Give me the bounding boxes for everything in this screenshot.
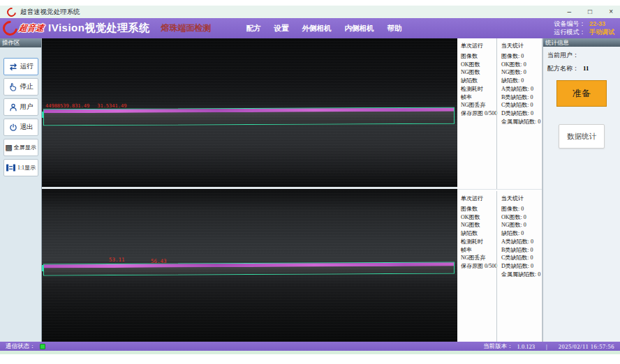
roi-rectangle-top <box>43 107 455 126</box>
menu-item-outer-camera[interactable]: 外侧相机 <box>302 24 331 33</box>
window-title: 超音速视觉处理系统 <box>20 8 80 17</box>
fullscreen-button[interactable]: ▩ 全屏显示 <box>3 139 38 156</box>
stat-row: OK图数 <box>461 213 496 222</box>
camera-viewport: 44988539.831.49 31.5341.49 53.11 56.43 <box>42 38 457 342</box>
stat-row: 缺陷数 <box>461 77 496 85</box>
status-bar: 通信状态： 当前版本： 1.0.123 | 2025/02/11 16:57:5… <box>0 342 620 351</box>
stats-section-top: 单次运行 图像数 OK图数 NG图数 缺陷数 检测耗时 帧率 NG图丢弃 保存原… <box>457 38 542 189</box>
device-info: 设备编号： 22-33 运行模式： 手动调试 <box>554 20 614 36</box>
one-to-one-icon <box>6 163 16 172</box>
datetime-value: 2025/02/11 16:57:56 <box>559 343 614 350</box>
menu-item-inner-camera[interactable]: 内侧相机 <box>344 24 374 33</box>
stats-section-bottom: 单次运行 图像数 OK图数 NG图数 缺陷数 检测耗时 帧率 NG图丢弃 保存原… <box>457 189 542 342</box>
stat-row: B类缺陷数: 0 <box>501 93 542 102</box>
recipe-name-line: 配方名称：11 <box>547 64 620 73</box>
close-button[interactable]: × <box>609 6 613 18</box>
brand-text: 超音速 <box>18 22 45 34</box>
device-id-label: 设备编号： <box>554 20 585 27</box>
stat-row: A类缺陷数: 0 <box>501 238 542 246</box>
page-subtitle: 熔珠端面检测 <box>161 22 211 34</box>
stat-row: 保存原图 0/500 <box>461 109 496 118</box>
restore-button[interactable]: □ <box>588 6 592 18</box>
stat-row: OK图数: 0 <box>501 61 542 69</box>
stat-row: OK图数 <box>461 61 496 69</box>
stat-row: 检测耗时 <box>461 238 496 246</box>
power-icon <box>8 123 18 132</box>
one-to-one-button-label: 1:1显示 <box>17 164 36 172</box>
stat-row: 金属屑缺陷数: 0 <box>501 118 542 126</box>
app-title: IVision视觉处理系统 <box>48 22 149 35</box>
user-button-label: 用户 <box>20 103 34 112</box>
app-header: 超音速 IVision视觉处理系统 熔珠端面检测 配方 设置 外侧相机 内侧相机… <box>0 18 620 38</box>
info-panel: 统计信息 当前用户： 配方名称：11 准备 数据统计 <box>542 38 620 342</box>
measure-value-left: 44988539.831.49 <box>45 103 89 109</box>
stat-row: 图像数: 0 <box>501 205 542 213</box>
stat-row: 帧率 <box>461 93 496 102</box>
status-separator: | <box>546 343 547 350</box>
user-icon <box>8 103 18 112</box>
minimize-button[interactable]: – <box>568 6 572 18</box>
measure-value-left: 53.11 <box>109 257 125 263</box>
stat-row: 帧率 <box>461 246 496 255</box>
bottom-strip <box>0 351 620 354</box>
window-controls: – □ × <box>568 6 613 18</box>
stat-row: NG图丢弃 <box>461 101 496 109</box>
stat-row: NG图丢弃 <box>461 254 496 262</box>
stat-row: 图像数: 0 <box>501 52 542 61</box>
statistics-panel: 单次运行 图像数 OK图数 NG图数 缺陷数 检测耗时 帧率 NG图丢弃 保存原… <box>457 38 542 342</box>
weld-strip-fill <box>44 266 454 275</box>
run-mode-value: 手动调试 <box>589 29 614 36</box>
stat-row: NG图数 <box>461 68 496 77</box>
menu-bar: 配方 设置 外侧相机 内侧相机 帮助 <box>246 24 401 33</box>
stat-row: 缺陷数 <box>461 229 496 238</box>
measure-value-right: 31.5341.49 <box>97 103 126 109</box>
camera-view-bottom: 53.11 56.43 <box>42 189 457 342</box>
recipe-name-label: 配方名称： <box>547 65 579 72</box>
stat-row: 图像数 <box>461 52 496 61</box>
single-run-column: 单次运行 图像数 OK图数 NG图数 缺陷数 检测耗时 帧率 NG图丢弃 保存原… <box>457 38 496 189</box>
single-run-header: 单次运行 <box>461 42 496 50</box>
stat-row: A类缺陷数: 0 <box>501 85 542 93</box>
stat-row: 缺陷数: 0 <box>501 229 542 238</box>
info-panel-title: 统计信息 <box>543 38 620 47</box>
application-window: 超音速视觉处理系统 – □ × 超音速 IVision视觉处理系统 熔珠端面检测… <box>0 0 620 364</box>
camera-view-top: 44988539.831.49 31.5341.49 <box>42 38 457 187</box>
stat-row: NG图数: 0 <box>501 68 542 77</box>
menu-item-settings[interactable]: 设置 <box>274 24 288 33</box>
comm-status-indicator <box>40 344 45 349</box>
stat-row: 缺陷数: 0 <box>501 77 542 85</box>
user-button[interactable]: 用户 <box>3 98 38 116</box>
data-statistics-button[interactable]: 数据统计 <box>559 124 605 149</box>
recipe-name-value: 11 <box>583 65 589 72</box>
fullscreen-icon: ▩ <box>5 144 12 151</box>
window-titlebar: 超音速视觉处理系统 – □ × <box>0 6 620 18</box>
menu-item-help[interactable]: 帮助 <box>387 24 401 33</box>
stop-button-label: 停止 <box>20 82 34 91</box>
stat-row: OK图数: 0 <box>501 213 542 222</box>
run-button[interactable]: 运行 <box>3 58 38 75</box>
brand-swirl-icon <box>0 18 20 39</box>
stat-row: C类缺陷数: 0 <box>501 101 542 109</box>
single-run-column: 单次运行 图像数 OK图数 NG图数 缺陷数 检测耗时 帧率 NG图丢弃 保存原… <box>457 191 496 342</box>
version-value: 1.0.123 <box>517 343 536 350</box>
stat-row: 检测耗时 <box>461 85 496 93</box>
status-bar-right: 当前版本： 1.0.123 | 2025/02/11 16:57:56 <box>483 342 614 351</box>
comm-status-label: 通信状态： <box>6 342 36 351</box>
stat-row: B类缺陷数: 0 <box>501 246 542 255</box>
exit-button[interactable]: 退出 <box>3 119 38 136</box>
measure-value-right: 56.43 <box>151 258 167 264</box>
stat-row: 图像数 <box>461 205 496 213</box>
stop-button[interactable]: 停止 <box>3 78 38 96</box>
stat-row: 金属屑缺陷数: 0 <box>501 271 542 279</box>
run-mode-label: 运行模式： <box>554 29 585 36</box>
version-label: 当前版本： <box>483 342 513 351</box>
stat-row: NG图数 <box>461 221 496 229</box>
one-to-one-button[interactable]: 1:1显示 <box>3 159 38 176</box>
app-logo-icon <box>5 6 17 18</box>
main-content: 操作区 运行 停止 用户 <box>0 38 620 342</box>
device-id-value: 22-33 <box>589 20 605 27</box>
menu-item-recipe[interactable]: 配方 <box>246 24 260 33</box>
prepare-button[interactable]: 准备 <box>556 80 607 107</box>
stat-row: 保存原图 0/500 <box>461 262 496 271</box>
daily-stats-header: 当天统计 <box>501 195 542 203</box>
